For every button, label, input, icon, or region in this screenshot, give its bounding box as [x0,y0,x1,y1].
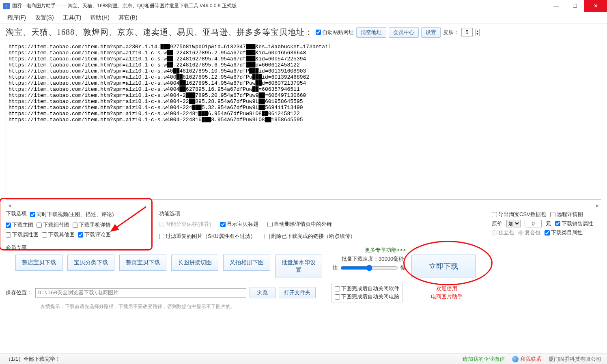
browse-button[interactable]: 浏览 [250,287,276,298]
address-label: 淘宝、天猫、1688、敦煌网、京东、速卖通、易贝、亚马逊、拼多多等宝贝地址： [6,27,313,38]
scroll-left-icon[interactable]: ◄ [7,203,12,208]
whole-store-button[interactable]: 整店宝贝下载 [15,255,62,271]
download-sale-checkbox[interactable]: 下载销售属性 [555,220,593,227]
member-title: 会员专享 [6,244,27,251]
upai-album-button[interactable]: 又拍相册下图 [223,255,270,271]
welcome-block: 欢迎使用 电商图片助手 [406,285,487,300]
download-detail-checkbox[interactable]: 下载细节图 [37,221,69,229]
category-button[interactable]: 宝贝分类下载 [67,255,114,271]
download-main-checkbox[interactable]: 下载主图 [6,221,33,229]
save-row: 保存位置： 浏览 打开文件夹 下图完成后自动关闭软件 下图完成后自动关闭电脑 欢… [0,281,607,303]
open-folder-button[interactable]: 打开文件夹 [279,287,316,298]
minimize-button[interactable]: — [547,0,566,12]
clear-address-button[interactable]: 清空地址 [356,27,386,38]
url-area-wrap: https://item.taobao.com/item.htm?spm=a23… [6,42,601,201]
download-cat-checkbox[interactable]: 下载类目属性 [545,229,583,236]
skin-spin-arrows[interactable]: ▲▼ [475,29,480,36]
maximize-button[interactable]: ☐ [566,0,584,12]
title-bar: ↓ 固乔 - 电商图片助手 —— 淘宝、天猫、1688阿里、京东、QQ相册等图片… [0,0,607,12]
member-buttons-row: 整店宝贝下载 宝贝分类下载 整页宝贝下载 长图拼接切图 又拍相册下图 批量加水印… [0,254,607,281]
app-icon: ↓ [3,3,10,9]
remote-detail-checkbox[interactable]: 远程详情图 [550,211,583,218]
show-title-checkbox[interactable]: 显示宝贝标题 [220,221,258,228]
right-options-panel: 导出淘宝CSV数据包 远程详情图 原价 加 元 下载销售属性 独立包 复合包 下… [492,210,601,242]
settings-button[interactable]: 设置 [421,27,441,38]
orig-price-label: 原价 [492,220,502,227]
combo-pack-radio[interactable]: 复合包 [518,229,540,236]
save-path-input[interactable] [35,288,246,298]
window-title: 固乔 - 电商图片助手 —— 淘宝、天猫、1688阿里、京东、QQ相册等图片批量… [12,2,547,9]
address-top-bar: 淘宝、天猫、1688、敦煌网、京东、速卖通、易贝、亚马逊、拼多多等宝贝地址： 自… [0,24,607,41]
close-button[interactable]: ✕ [584,0,607,12]
menu-program[interactable]: 程序(F) [7,14,26,21]
download-options-panel: 下载选项 同时下载视频(主图、描述、评论) 下载主图 下载细节图 下载手机详情 … [6,210,156,242]
menu-settings[interactable]: 设置(S) [35,14,54,21]
download-other-checkbox[interactable]: 下载其他图 [42,231,75,238]
menu-help[interactable]: 帮助(H) [90,14,109,21]
function-options-panel: 功能选项 智能分类保存(推荐) 显示宝贝标题 自动删除详情页中的外链 过滤重复的… [159,210,489,242]
whole-page-button[interactable]: 整页宝贝下载 [119,255,166,271]
member-center-button[interactable]: 会员中心 [389,27,419,38]
function-options-title: 功能选项 [159,210,489,217]
close-pc-checkbox[interactable]: 下图完成后自动关闭电脑 [335,293,399,300]
close-options-box: 下图完成后自动关闭软件 下图完成后自动关闭电脑 [331,283,403,302]
long-image-button[interactable]: 长图拼接切图 [171,255,218,271]
hint-text: 友情提示：下载前请先选择好路径，下载后不要改变路径，否则数据包中显示不了图片的。 [0,303,607,310]
options-area: 下载选项 同时下载视频(主图、描述、评论) 下载主图 下载细节图 下载手机详情 … [0,208,607,243]
welcome-line2: 电商图片助手 [431,293,463,300]
menu-bar: 程序(F) 设置(S) 工具(T) 帮助(H) 其它(B) [0,12,607,24]
download-video-checkbox[interactable]: 同时下载视频(主图、描述、评论) [30,210,114,219]
orig-price-select[interactable]: 加 [506,220,521,227]
menu-tools[interactable]: 工具(T) [63,14,82,21]
yuan-label: 元 [546,220,551,227]
more-features-link[interactable]: 更多专享功能>>> [365,246,406,254]
download-mobile-checkbox[interactable]: 下载手机详情 [73,221,111,229]
auto-del-link-checkbox[interactable]: 自动删除详情页中的外链 [267,221,332,228]
filter-dup-checkbox[interactable]: 过滤重复的图片（SKU属性图不过滤） [159,233,256,240]
window-buttons: — ☐ ✕ [547,0,607,12]
download-attr-checkbox[interactable]: 下载属性图 [6,231,39,238]
single-pack-radio[interactable]: 独立包 [492,229,514,236]
download-now-button[interactable]: 立即下载 [411,255,476,278]
url-textarea[interactable]: https://item.taobao.com/item.htm?spm=a23… [6,42,601,200]
scroll-right-icon[interactable]: ► [595,203,600,208]
speed-slider[interactable] [340,265,398,271]
speed-fast-label: 快 [333,264,338,272]
h-scroll-hints: ◄ ► [6,203,601,208]
close-software-checkbox[interactable]: 下图完成后自动关闭软件 [335,285,399,292]
skin-spinner[interactable] [461,28,473,36]
watermark-button[interactable]: 批量加水印设置 [275,255,322,278]
menu-other[interactable]: 其它(B) [118,14,138,21]
speed-label: 批量下载速度：30000毫秒 [342,255,406,263]
delete-done-checkbox[interactable]: 删除已下载完成的链接（断点续传） [265,233,355,240]
welcome-line1: 欢迎使用 [436,285,457,292]
download-review-checkbox[interactable]: 下载评论图 [78,231,111,238]
member-row: 会员专享 [0,243,607,254]
orig-price-input[interactable] [525,220,542,227]
skin-label: 皮肤： [443,29,459,36]
auto-paste-checkbox[interactable]: 自动粘贴网址 [316,29,354,36]
speed-block: 更多专享功能>>> 批量下载速度：30000毫秒 快 慢 [333,246,406,272]
download-options-title: 下载选项 [6,210,27,217]
smart-save-checkbox[interactable]: 智能分类保存(推荐) [159,221,211,228]
speed-slow-label: 慢 [400,264,406,272]
export-csv-checkbox[interactable]: 导出淘宝CSV数据包 [492,211,546,218]
save-label: 保存位置： [6,289,32,296]
